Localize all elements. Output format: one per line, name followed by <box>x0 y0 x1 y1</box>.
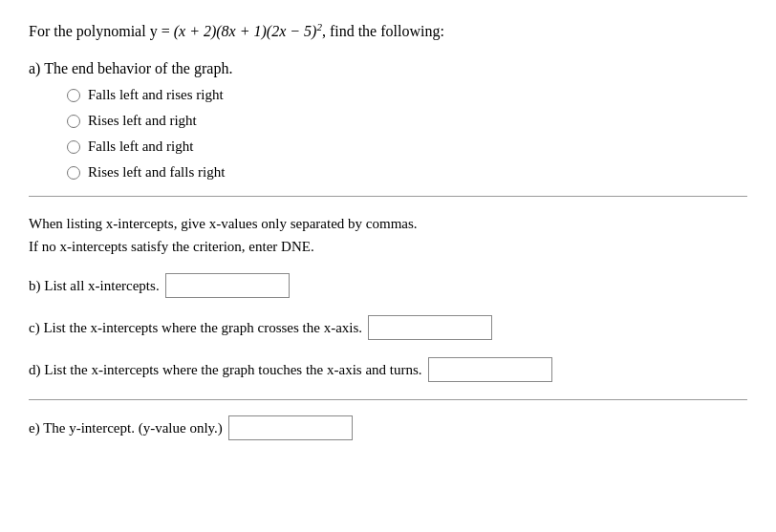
part-e-input[interactable] <box>228 415 353 440</box>
radio-rises-left-right[interactable] <box>67 115 80 128</box>
option-label-3: Rises left and falls right <box>88 164 225 181</box>
part-b-input[interactable] <box>165 273 290 298</box>
divider-2 <box>29 399 747 400</box>
polynomial-expr: (x + 2)(8x + 1)(2x − 5)2 <box>174 23 322 39</box>
instructions-line1: When listing x-intercepts, give x-values… <box>29 216 418 231</box>
part-b-row: b) List all x-intercepts. <box>29 273 747 298</box>
option-falls-left-rises-right[interactable]: Falls left and rises right <box>67 87 747 103</box>
divider-1 <box>29 196 747 197</box>
question-text-before: For the polynomial y = <box>29 23 174 39</box>
part-e-row: e) The y-intercept. (y-value only.) <box>29 415 747 440</box>
question-title: For the polynomial y = (x + 2)(8x + 1)(2… <box>29 19 747 43</box>
part-e-label: e) The y-intercept. (y-value only.) <box>29 420 223 436</box>
option-label-1: Rises left and right <box>88 113 197 129</box>
question-container: For the polynomial y = (x + 2)(8x + 1)(2… <box>29 19 747 440</box>
part-a-label: a) The end behavior of the graph. <box>29 60 747 77</box>
instructions-line2: If no x-intercepts satisfy the criterion… <box>29 239 314 254</box>
question-text-after: , find the following: <box>322 23 444 39</box>
option-rises-left-right[interactable]: Rises left and right <box>67 113 747 129</box>
part-c-label: c) List the x-intercepts where the graph… <box>29 320 362 336</box>
part-c-row: c) List the x-intercepts where the graph… <box>29 315 747 340</box>
part-d-label: d) List the x-intercepts where the graph… <box>29 362 422 378</box>
part-d-input[interactable] <box>428 357 552 382</box>
option-label-0: Falls left and rises right <box>88 87 224 103</box>
radio-rises-left-falls-right[interactable] <box>67 166 80 180</box>
part-a-section: a) The end behavior of the graph. Falls … <box>29 60 747 181</box>
option-falls-left-right[interactable]: Falls left and right <box>67 138 747 155</box>
part-c-input[interactable] <box>368 315 492 340</box>
radio-falls-left-right[interactable] <box>67 140 80 154</box>
radio-options-group: Falls left and rises right Rises left an… <box>67 87 747 181</box>
radio-falls-left-rises-right[interactable] <box>67 89 80 102</box>
option-rises-left-falls-right[interactable]: Rises left and falls right <box>67 164 747 181</box>
option-label-2: Falls left and right <box>88 138 193 155</box>
part-b-label: b) List all x-intercepts. <box>29 278 160 294</box>
instructions-text: When listing x-intercepts, give x-values… <box>29 212 747 258</box>
part-d-row: d) List the x-intercepts where the graph… <box>29 357 747 382</box>
